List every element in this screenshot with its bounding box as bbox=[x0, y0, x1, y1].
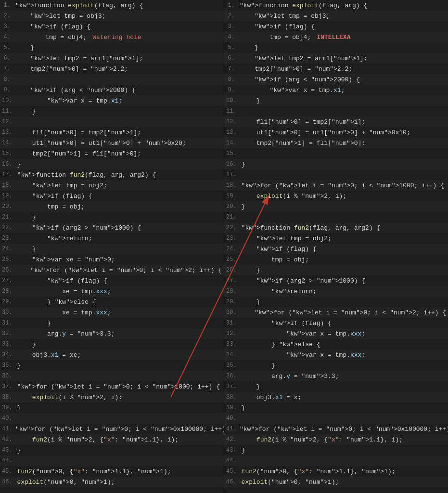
code-line: 6. "kw">let tmp2 = arr1["num">1]; bbox=[0, 53, 224, 64]
code-text: "kw">if (flag) { bbox=[17, 277, 107, 285]
code-line: 33. } bbox=[0, 339, 224, 350]
code-line: 17. bbox=[224, 169, 448, 180]
code-line: 6. "kw">let tmp2 = arr1["num">1]; bbox=[224, 53, 448, 64]
code-text: } bbox=[242, 267, 260, 274]
code-line: 20. tmp = obj; bbox=[0, 201, 224, 212]
line-number: 27. bbox=[2, 277, 17, 284]
code-text: xe = tmp.xxx; bbox=[17, 288, 111, 295]
line-number: 38. bbox=[226, 394, 242, 401]
code-text: fun2(i % "num">2, {"x": "num">1.1}, i); bbox=[17, 436, 179, 443]
code-line: 45.fun2("num">0, {"x": "num">1.1}, "num"… bbox=[0, 466, 224, 477]
code-line: 41."kw">for ("kw">let i = "num">0; i < "… bbox=[224, 424, 448, 434]
code-line: 35.} bbox=[0, 360, 224, 371]
code-text: fun2("num">0, {"x": "num">1.1}, "num">1)… bbox=[17, 468, 171, 475]
code-text: } bbox=[17, 447, 21, 454]
code-line: 46.exploit("num">0, "num">1); bbox=[224, 477, 448, 487]
code-text: fl1["num">0] = tmp2["num">1]; bbox=[17, 129, 141, 136]
code-line: 23. "kw">let tmp = obj2; bbox=[224, 233, 448, 244]
code-text: ut1["num">0] = ut1["num">0] + "num">0x20… bbox=[17, 140, 186, 147]
code-line: 14. tmp2["num">1] = fl1["num">0]; bbox=[224, 138, 448, 148]
code-text: fun2(i % "num">2, {"x": "num">1.1}, i); bbox=[242, 436, 403, 443]
line-number: 11. bbox=[226, 108, 242, 115]
line-number: 1. bbox=[226, 2, 240, 9]
line-number: 28. bbox=[2, 288, 17, 295]
line-number: 30. bbox=[2, 309, 17, 316]
line-number: 45. bbox=[226, 468, 242, 475]
line-number: 4. bbox=[2, 34, 15, 40]
code-line: 38. exploit(i % "num">2, i); bbox=[0, 392, 224, 402]
code-line: 32. "kw">var x = tmp.xxx; bbox=[224, 328, 448, 339]
code-text: } bbox=[17, 246, 36, 253]
line-number: 29. bbox=[226, 298, 242, 305]
line-number: 41. bbox=[2, 426, 15, 432]
code-line: 7. tmp2["num">0] = "num">2.2; bbox=[0, 64, 224, 74]
line-number: 19. bbox=[226, 193, 242, 199]
code-line: 5. } bbox=[224, 42, 448, 53]
main-container: 1."kw">function exploit(flag, arg) {2. "… bbox=[0, 0, 448, 493]
left-code-panel: 1."kw">function exploit(flag, arg) {2. "… bbox=[0, 0, 224, 493]
line-number: 19. bbox=[2, 193, 17, 199]
line-number: 25. bbox=[226, 256, 242, 263]
code-line: 43.} bbox=[0, 445, 224, 455]
code-text: tmp = obj4; bbox=[240, 34, 311, 41]
code-text: "kw">for ("kw">let i = "num">0; i < "num… bbox=[15, 426, 224, 433]
line-number: 12. bbox=[226, 118, 242, 125]
code-text: } bbox=[17, 320, 51, 327]
line-number: 34. bbox=[2, 351, 17, 358]
code-line: 44. bbox=[0, 455, 224, 466]
code-line: 28. xe = tmp.xxx; bbox=[0, 286, 224, 297]
line-number: 26. bbox=[2, 267, 15, 273]
line-number: 14. bbox=[226, 140, 242, 146]
code-line: 10. } bbox=[224, 95, 448, 106]
code-text: "kw">if (arg2 > "num">1000) { bbox=[242, 277, 366, 285]
line-number: 41. bbox=[226, 426, 240, 432]
code-text: ut1["num">0] = ut1["num">0] + "num">0x10… bbox=[242, 129, 410, 136]
line-number: 35. bbox=[226, 362, 242, 369]
code-line: 28. "kw">return; bbox=[224, 286, 448, 297]
line-number: 13. bbox=[2, 129, 17, 136]
code-line: 3. "kw">if (flag) { bbox=[0, 21, 224, 32]
line-number: 40. bbox=[226, 415, 242, 422]
code-line: 5. } bbox=[0, 42, 224, 53]
line-number: 46. bbox=[226, 479, 242, 485]
line-number: 12. bbox=[2, 118, 17, 125]
code-text: } bbox=[17, 404, 21, 412]
code-text: } bbox=[17, 341, 36, 348]
code-line: 42. fun2(i % "num">2, {"x": "num">1.1}, … bbox=[0, 434, 224, 445]
code-text: } bbox=[242, 447, 245, 454]
code-text: } bbox=[240, 44, 258, 52]
code-text: obj3.x1 = xe; bbox=[17, 351, 81, 359]
code-text: exploit("num">0, "num">1); bbox=[242, 479, 339, 486]
code-text: "kw">for ("kw">let i = "num">0; i < "num… bbox=[15, 267, 222, 274]
line-number: 14. bbox=[2, 140, 17, 146]
code-line: 19. exploit(i % "num">2, i); bbox=[224, 191, 448, 201]
code-line: 44. bbox=[224, 455, 448, 466]
code-text: } bbox=[17, 362, 21, 369]
line-number: 34. bbox=[226, 351, 242, 358]
line-number: 38. bbox=[2, 394, 17, 401]
code-line: 24. "kw">if (flag) { bbox=[224, 244, 448, 254]
line-number: 37. bbox=[2, 383, 17, 390]
code-line: 34. obj3.x1 = xe; bbox=[0, 350, 224, 360]
line-number: 31. bbox=[2, 320, 17, 326]
code-line: 16.} bbox=[224, 159, 448, 169]
code-line: 27. "kw">if (flag) { bbox=[0, 275, 224, 286]
line-number: 17. bbox=[226, 171, 242, 178]
code-text: "kw">return; bbox=[242, 288, 317, 295]
code-text: "kw">if (flag) { bbox=[17, 193, 92, 200]
code-line: 17."kw">function fun2(flag, arg, arg2) { bbox=[0, 169, 224, 180]
code-text: "kw">var x = tmp.xxx; bbox=[242, 330, 365, 337]
line-number: 11. bbox=[2, 108, 17, 115]
code-line: 31. "kw">if (flag) { bbox=[224, 318, 448, 328]
code-text: } bbox=[242, 97, 260, 104]
line-number: 27. bbox=[226, 277, 242, 284]
code-line: 12. bbox=[0, 117, 224, 127]
code-line: 41."kw">for ("kw">let i = "num">0; i < "… bbox=[0, 424, 224, 434]
code-line: 8. "kw">if (arg < "num">2000) { bbox=[224, 74, 448, 85]
code-line: 21. } bbox=[0, 212, 224, 222]
code-text: "kw">for ("kw">let i = "num">0; i < "num… bbox=[240, 426, 448, 433]
code-line: 26. } bbox=[224, 265, 448, 275]
line-number: 36. bbox=[226, 373, 242, 379]
line-number: 20. bbox=[2, 203, 17, 210]
line-number: 39. bbox=[2, 404, 17, 411]
